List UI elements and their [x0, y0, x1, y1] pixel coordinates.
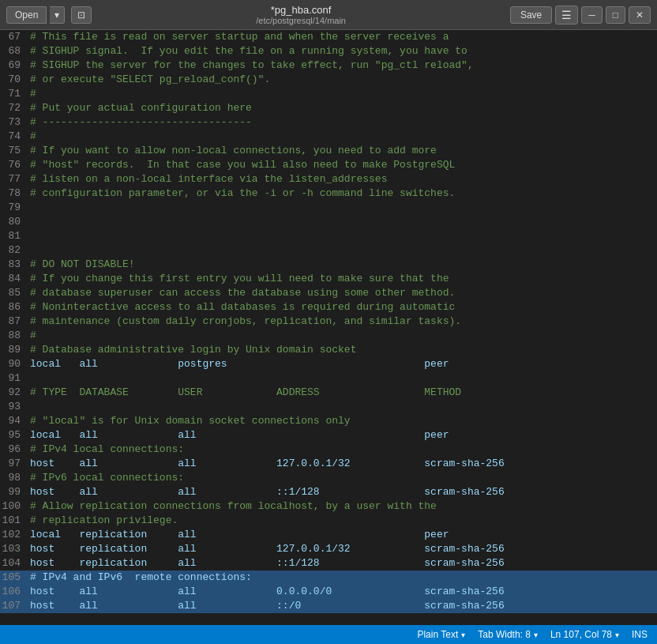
line-number: 71: [0, 87, 30, 101]
code-area[interactable]: 67# This file is read on server startup …: [0, 30, 657, 625]
table-row: 85# database superuser can access the da…: [0, 286, 657, 300]
line-number: 90: [0, 357, 30, 371]
line-number: 84: [0, 272, 30, 286]
line-number: 105: [0, 571, 30, 585]
table-row: 77# listen on a non-local interface via …: [0, 172, 657, 186]
line-number: 82: [0, 243, 30, 258]
table-row: 97host all all 127.0.0.1/32 scram-sha-25…: [0, 457, 657, 471]
line-content: # If you change this first entry you wil…: [30, 272, 657, 286]
title-path: /etc/postgresql/14/main: [92, 16, 510, 25]
line-content: # or execute "SELECT pg_reload_conf()".: [30, 73, 657, 87]
line-number: 72: [0, 101, 30, 115]
title-filename: *pg_hba.conf: [92, 4, 510, 16]
line-content: # SIGHUP the server for the changes to t…: [30, 58, 657, 73]
tab-width-selector[interactable]: Tab Width: 8 ▾: [478, 629, 538, 640]
table-row: 96# IPv4 local connections:: [0, 443, 657, 457]
line-number: 75: [0, 144, 30, 158]
line-content: # IPv6 local connections:: [30, 471, 657, 485]
line-number: 106: [0, 585, 30, 599]
save-icon-button[interactable]: ⊡: [71, 6, 92, 24]
editor-content[interactable]: 67# This file is read on server startup …: [0, 30, 657, 625]
line-number: 76: [0, 158, 30, 172]
close-button[interactable]: ✕: [629, 6, 651, 24]
table-row: 99host all all ::1/128 scram-sha-256: [0, 485, 657, 499]
table-row: 71#: [0, 87, 657, 101]
line-number: 79: [0, 201, 30, 215]
line-number: 91: [0, 371, 30, 386]
line-content: # database superuser can access the data…: [30, 286, 657, 300]
line-content: local all all peer: [30, 428, 657, 443]
position-selector[interactable]: Ln 107, Col 78 ▾: [550, 629, 619, 640]
line-number: 93: [0, 400, 30, 414]
table-row: 76# "host" records. In that case you wil…: [0, 158, 657, 172]
line-content: # "local" is for Unix domain socket conn…: [30, 414, 657, 428]
line-content: [30, 215, 657, 229]
line-number: 80: [0, 215, 30, 229]
position-chevron: ▾: [615, 631, 619, 639]
table-row: 105# IPv4 and IPv6 remote connections:: [0, 571, 657, 585]
line-content: host all all ::1/128 scram-sha-256: [30, 485, 657, 499]
line-number: 78: [0, 186, 30, 201]
table-row: 78# configuration parameter, or via the …: [0, 186, 657, 201]
line-content: host all all 127.0.0.1/32 scram-sha-256: [30, 457, 657, 471]
table-row: 81: [0, 229, 657, 243]
status-bar: Plain Text ▾ Tab Width: 8 ▾ Ln 107, Col …: [0, 625, 657, 644]
table-row: 93: [0, 400, 657, 414]
line-content: # If you want to allow non-local connect…: [30, 144, 657, 158]
line-number: 77: [0, 172, 30, 186]
line-number: 99: [0, 485, 30, 499]
maximize-button[interactable]: □: [606, 6, 625, 24]
save-button[interactable]: Save: [510, 6, 552, 24]
line-number: 67: [0, 30, 30, 44]
ins-text: INS: [632, 629, 648, 640]
line-content: # This file is read on server startup an…: [30, 30, 657, 44]
table-row: 94# "local" is for Unix domain socket co…: [0, 414, 657, 428]
line-number: 81: [0, 229, 30, 243]
table-row: 107host all all ::/0 scram-sha-256: [0, 599, 657, 613]
line-number: 88: [0, 329, 30, 343]
line-content: local all postgres peer: [30, 357, 657, 371]
line-content: # DO NOT DISABLE!: [30, 258, 657, 272]
table-row: 100# Allow replication connections from …: [0, 499, 657, 514]
plain-text-label: Plain Text: [417, 629, 458, 640]
table-row: 75# If you want to allow non-local conne…: [0, 144, 657, 158]
table-row: 79: [0, 201, 657, 215]
table-row: 74#: [0, 130, 657, 144]
title-bar-right: Save ☰ ─ □ ✕: [510, 6, 651, 24]
line-content: host all all ::/0 scram-sha-256: [30, 599, 657, 613]
minimize-button[interactable]: ─: [581, 6, 603, 24]
line-content: [30, 201, 657, 215]
line-number: 83: [0, 258, 30, 272]
tab-width-label: Tab Width: 8: [478, 629, 531, 640]
line-content: #: [30, 130, 657, 144]
line-number: 86: [0, 300, 30, 314]
plain-text-chevron: ▾: [461, 631, 465, 639]
line-number: 85: [0, 286, 30, 300]
line-number: 74: [0, 130, 30, 144]
table-row: 70# or execute "SELECT pg_reload_conf()"…: [0, 73, 657, 87]
open-dropdown-button[interactable]: ▾: [50, 6, 65, 24]
menu-button[interactable]: ☰: [555, 6, 578, 24]
table-row: 103host replication all 127.0.0.1/32 scr…: [0, 542, 657, 556]
line-content: # ----------------------------------: [30, 115, 657, 130]
line-content: [30, 243, 657, 258]
line-number: 103: [0, 542, 30, 556]
line-number: 97: [0, 457, 30, 471]
line-content: # "host" records. In that case you will …: [30, 158, 657, 172]
table-row: 73# ----------------------------------: [0, 115, 657, 130]
line-number: 69: [0, 58, 30, 73]
table-row: 84# If you change this first entry you w…: [0, 272, 657, 286]
line-number: 89: [0, 343, 30, 357]
table-row: 90local all postgres peer: [0, 357, 657, 371]
table-row: 95local all all peer: [0, 428, 657, 443]
open-button[interactable]: Open: [6, 6, 47, 24]
table-row: 68# SIGHUP signal. If you edit the file …: [0, 44, 657, 58]
line-number: 68: [0, 44, 30, 58]
line-number: 95: [0, 428, 30, 443]
line-content: [30, 371, 657, 386]
line-content: # SIGHUP signal. If you edit the file on…: [30, 44, 657, 58]
plain-text-selector[interactable]: Plain Text ▾: [417, 629, 465, 640]
line-number: 107: [0, 599, 30, 613]
line-number: 87: [0, 314, 30, 329]
line-content: # Allow replication connections from loc…: [30, 499, 657, 514]
